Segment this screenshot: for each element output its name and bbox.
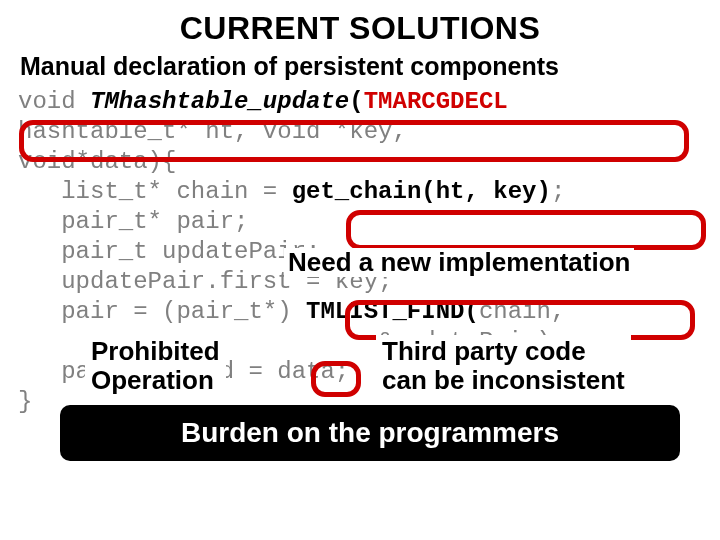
slide-title: CURRENT SOLUTIONS [0,0,720,52]
code-line-5: pair_t* pair; [18,207,702,237]
code-line-8: pair = (pair_t*) TMLIST_FIND(chain, [18,297,702,327]
code-token: ; [551,178,565,205]
code-token-macro: TMARCGDECL [364,88,508,115]
code-token-call: get_chain(ht, key) [292,178,551,205]
code-token: list_t* chain = [18,178,292,205]
code-token: void [18,88,90,115]
annotation-line: Third party code [382,336,586,366]
annotation-third-party: Third party code can be inconsistent [376,335,631,396]
code-token: pair = (pair_t*) [18,298,306,325]
annotation-line: Prohibited [91,336,220,366]
banner-burden: Burden on the programmers [60,405,680,461]
code-line-4: list_t* chain = get_chain(ht, key); [18,177,702,207]
annotation-need-impl: Need a new implementation [284,248,634,277]
code-line-1: void TMhashtable_update(TMARCGDECL [18,87,702,117]
annotation-line: can be inconsistent [382,365,625,395]
code-token: chain, [479,298,565,325]
code-token-call: TMLIST_FIND( [306,298,479,325]
code-line-2: hashtable_t* ht, void *key, [18,117,702,147]
code-token-fn: TMhashtable_update [90,88,349,115]
annotation-prohibited: Prohibited Operation [85,335,226,396]
annotation-line: Operation [91,365,214,395]
code-token: ( [349,88,363,115]
code-line-3: void*data){ [18,147,702,177]
slide-subtitle: Manual declaration of persistent compone… [0,52,720,87]
